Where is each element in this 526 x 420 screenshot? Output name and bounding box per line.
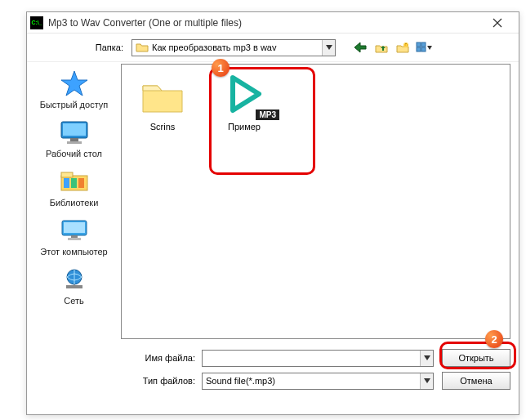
svg-rect-9: [70, 138, 78, 141]
new-folder-icon: [396, 42, 409, 53]
cancel-button[interactable]: Отмена: [442, 372, 510, 390]
view-menu-button[interactable]: [416, 39, 432, 56]
svg-rect-21: [66, 285, 82, 288]
file-item-primer[interactable]: MP3 Пример: [212, 73, 277, 132]
place-libraries[interactable]: Библиотеки: [29, 165, 119, 212]
svg-rect-13: [64, 178, 69, 188]
file-open-dialog: C:\_ Mp3 to Wav Converter (One or multip…: [26, 11, 519, 415]
place-label: Быстрый доступ: [29, 100, 119, 109]
svg-rect-14: [71, 178, 77, 188]
svg-rect-8: [63, 123, 86, 136]
svg-rect-6: [421, 47, 426, 51]
folder-icon: [140, 76, 185, 115]
dialog-body: Быстрый доступ Рабочий стол: [27, 61, 519, 344]
back-arrow-icon: [354, 42, 367, 53]
filename-label: Имя файла:: [130, 353, 202, 363]
svg-rect-5: [417, 47, 421, 51]
place-network[interactable]: Сеть: [29, 263, 119, 311]
close-button[interactable]: [481, 14, 514, 32]
place-this-pc[interactable]: Этот компьютер: [29, 214, 119, 261]
libraries-icon: [59, 169, 90, 194]
chevron-down-icon: [322, 40, 335, 56]
bottom-panel: Имя файла: Открыть Тип файлов: Sound fil…: [27, 344, 519, 400]
file-list[interactable]: Scrins MP3 Пример: [121, 64, 510, 339]
place-label: Этот компьютер: [29, 247, 119, 257]
network-icon: [60, 267, 89, 292]
new-folder-button[interactable]: [394, 39, 411, 56]
file-item-scrins[interactable]: Scrins: [130, 73, 195, 132]
folder-dropdown[interactable]: Как преобразовать mp3 в wav: [132, 39, 336, 56]
this-pc-icon: [60, 218, 89, 243]
places-bar: Быстрый доступ Рабочий стол: [27, 62, 121, 344]
svg-rect-15: [78, 178, 84, 188]
filetype-value: Sound file(*.mp3): [203, 376, 420, 386]
up-folder-button[interactable]: [373, 39, 390, 56]
titlebar: C:\_ Mp3 to Wav Converter (One or multip…: [27, 12, 519, 34]
svg-rect-19: [68, 238, 81, 240]
place-quick-access[interactable]: Быстрый доступ: [29, 67, 119, 114]
svg-rect-12: [61, 172, 73, 177]
chevron-down-icon: [420, 373, 433, 389]
svg-rect-10: [67, 141, 82, 144]
quick-access-icon: [60, 69, 88, 97]
back-button[interactable]: [352, 39, 368, 56]
close-icon: [493, 18, 502, 28]
svg-rect-18: [71, 235, 78, 238]
filetype-combobox[interactable]: Sound file(*.mp3): [202, 373, 434, 390]
app-icon: C:\_: [30, 16, 43, 29]
desktop-icon: [60, 120, 89, 145]
mp3-badge: MP3: [256, 109, 279, 120]
filename-combobox[interactable]: [202, 350, 434, 367]
open-button[interactable]: Открыть: [442, 349, 510, 367]
filetype-label: Тип файлов:: [130, 376, 202, 386]
svg-rect-3: [417, 42, 421, 47]
folder-bar: Папка: Как преобразовать mp3 в wav: [27, 34, 519, 61]
place-label: Библиотеки: [29, 198, 119, 208]
folder-value: Как преобразовать mp3 в wav: [152, 42, 322, 52]
folder-toolbar: [352, 39, 432, 56]
up-folder-icon: [375, 42, 388, 53]
file-label: Пример: [212, 122, 277, 132]
file-label: Scrins: [130, 122, 195, 132]
place-label: Рабочий стол: [29, 149, 119, 159]
window-title: Mp3 to Wav Converter (One or multiple fi…: [48, 17, 481, 29]
svg-rect-4: [421, 42, 426, 47]
view-menu-icon: [416, 42, 432, 53]
folder-label: Папка:: [86, 42, 127, 52]
place-desktop[interactable]: Рабочий стол: [29, 116, 119, 163]
folder-icon: [136, 41, 149, 54]
chevron-down-icon: [420, 351, 433, 366]
svg-rect-17: [64, 222, 85, 233]
place-label: Сеть: [29, 296, 119, 306]
